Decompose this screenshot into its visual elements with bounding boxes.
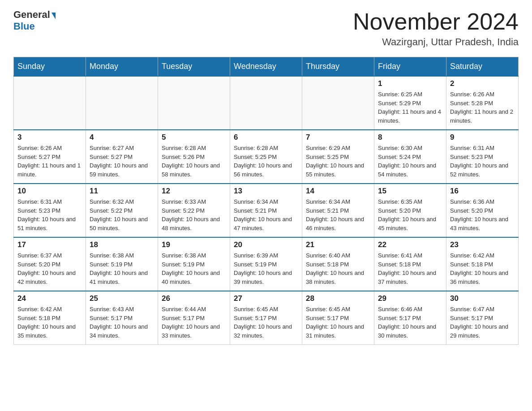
day-header-wednesday: Wednesday [230,57,302,77]
logo-blue-text: Blue [13,21,35,32]
day-info: Sunrise: 6:37 AM Sunset: 5:20 PM Dayligh… [17,251,82,286]
calendar-cell: 19Sunrise: 6:38 AM Sunset: 5:19 PM Dayli… [158,237,230,291]
calendar-cell: 23Sunrise: 6:42 AM Sunset: 5:18 PM Dayli… [446,237,519,291]
calendar-cell: 10Sunrise: 6:31 AM Sunset: 5:23 PM Dayli… [14,184,86,237]
calendar-cell: 21Sunrise: 6:40 AM Sunset: 5:18 PM Dayli… [302,237,374,291]
day-info: Sunrise: 6:35 AM Sunset: 5:20 PM Dayligh… [378,197,442,232]
day-info: Sunrise: 6:28 AM Sunset: 5:25 PM Dayligh… [234,144,298,179]
calendar-cell: 2Sunrise: 6:26 AM Sunset: 5:28 PM Daylig… [446,76,519,130]
day-number: 27 [234,294,298,303]
week-row-1: 1Sunrise: 6:25 AM Sunset: 5:29 PM Daylig… [14,76,519,130]
day-number: 14 [306,187,370,196]
calendar-cell [158,76,230,130]
day-info: Sunrise: 6:46 AM Sunset: 5:17 PM Dayligh… [378,305,442,340]
day-info: Sunrise: 6:42 AM Sunset: 5:18 PM Dayligh… [450,251,515,286]
day-number: 21 [306,240,370,249]
day-info: Sunrise: 6:41 AM Sunset: 5:18 PM Dayligh… [378,251,442,286]
day-header-friday: Friday [374,57,446,77]
day-number: 30 [450,294,515,303]
day-info: Sunrise: 6:42 AM Sunset: 5:18 PM Dayligh… [17,305,82,340]
day-info: Sunrise: 6:29 AM Sunset: 5:25 PM Dayligh… [306,144,370,179]
day-number: 4 [90,133,154,142]
calendar-header-row: SundayMondayTuesdayWednesdayThursdayFrid… [14,57,519,77]
day-number: 8 [378,133,442,142]
day-number: 6 [234,133,298,142]
day-number: 15 [378,187,442,196]
day-header-sunday: Sunday [14,57,86,77]
day-header-thursday: Thursday [302,57,374,77]
logo-general-text: General [13,9,50,21]
calendar-cell: 17Sunrise: 6:37 AM Sunset: 5:20 PM Dayli… [14,237,86,291]
day-number: 16 [450,187,515,196]
day-number: 10 [17,187,82,196]
calendar-cell: 29Sunrise: 6:46 AM Sunset: 5:17 PM Dayli… [374,291,446,345]
calendar-cell: 28Sunrise: 6:45 AM Sunset: 5:17 PM Dayli… [302,291,374,345]
calendar-cell: 24Sunrise: 6:42 AM Sunset: 5:18 PM Dayli… [14,291,86,345]
day-number: 25 [90,294,154,303]
month-title: November 2024 [353,9,519,34]
day-info: Sunrise: 6:45 AM Sunset: 5:17 PM Dayligh… [234,305,298,340]
week-row-4: 17Sunrise: 6:37 AM Sunset: 5:20 PM Dayli… [14,237,519,291]
day-number: 23 [450,240,515,249]
day-number: 1 [378,79,442,88]
day-info: Sunrise: 6:31 AM Sunset: 5:23 PM Dayligh… [17,197,82,232]
calendar-cell [14,76,86,130]
day-number: 24 [17,294,82,303]
calendar-cell: 5Sunrise: 6:28 AM Sunset: 5:26 PM Daylig… [158,130,230,184]
day-info: Sunrise: 6:47 AM Sunset: 5:17 PM Dayligh… [450,305,515,340]
location-title: Wazirganj, Uttar Pradesh, India [353,36,519,48]
calendar-cell: 16Sunrise: 6:36 AM Sunset: 5:20 PM Dayli… [446,184,519,237]
day-number: 7 [306,133,370,142]
calendar-cell: 26Sunrise: 6:44 AM Sunset: 5:17 PM Dayli… [158,291,230,345]
calendar-table: SundayMondayTuesdayWednesdayThursdayFrid… [13,57,519,345]
week-row-3: 10Sunrise: 6:31 AM Sunset: 5:23 PM Dayli… [14,184,519,237]
calendar-cell: 14Sunrise: 6:34 AM Sunset: 5:21 PM Dayli… [302,184,374,237]
day-info: Sunrise: 6:40 AM Sunset: 5:18 PM Dayligh… [306,251,370,286]
calendar-cell: 15Sunrise: 6:35 AM Sunset: 5:20 PM Dayli… [374,184,446,237]
calendar-cell: 4Sunrise: 6:27 AM Sunset: 5:27 PM Daylig… [86,130,158,184]
day-number: 18 [90,240,154,249]
calendar-cell: 18Sunrise: 6:38 AM Sunset: 5:19 PM Dayli… [86,237,158,291]
day-info: Sunrise: 6:38 AM Sunset: 5:19 PM Dayligh… [162,251,226,286]
calendar-cell [86,76,158,130]
logo-arrow-icon [51,13,56,19]
day-info: Sunrise: 6:28 AM Sunset: 5:26 PM Dayligh… [162,144,226,179]
day-info: Sunrise: 6:39 AM Sunset: 5:19 PM Dayligh… [234,251,298,286]
day-number: 2 [450,79,515,88]
day-header-tuesday: Tuesday [158,57,230,77]
day-info: Sunrise: 6:26 AM Sunset: 5:28 PM Dayligh… [450,90,515,125]
day-info: Sunrise: 6:31 AM Sunset: 5:23 PM Dayligh… [450,144,515,179]
title-section: November 2024 Wazirganj, Uttar Pradesh, … [353,9,519,48]
day-number: 17 [17,240,82,249]
day-info: Sunrise: 6:43 AM Sunset: 5:17 PM Dayligh… [90,305,154,340]
calendar-cell: 1Sunrise: 6:25 AM Sunset: 5:29 PM Daylig… [374,76,446,130]
day-info: Sunrise: 6:45 AM Sunset: 5:17 PM Dayligh… [306,305,370,340]
calendar-cell: 20Sunrise: 6:39 AM Sunset: 5:19 PM Dayli… [230,237,302,291]
calendar-cell: 3Sunrise: 6:26 AM Sunset: 5:27 PM Daylig… [14,130,86,184]
day-number: 13 [234,187,298,196]
calendar-cell: 12Sunrise: 6:33 AM Sunset: 5:22 PM Dayli… [158,184,230,237]
calendar-cell: 22Sunrise: 6:41 AM Sunset: 5:18 PM Dayli… [374,237,446,291]
calendar-cell: 30Sunrise: 6:47 AM Sunset: 5:17 PM Dayli… [446,291,519,345]
day-info: Sunrise: 6:26 AM Sunset: 5:27 PM Dayligh… [17,144,82,179]
day-number: 12 [162,187,226,196]
day-number: 3 [17,133,82,142]
day-number: 26 [162,294,226,303]
day-info: Sunrise: 6:38 AM Sunset: 5:19 PM Dayligh… [90,251,154,286]
day-info: Sunrise: 6:33 AM Sunset: 5:22 PM Dayligh… [162,197,226,232]
page-header: General Blue November 2024 Wazirganj, Ut… [13,9,519,48]
day-info: Sunrise: 6:34 AM Sunset: 5:21 PM Dayligh… [234,197,298,232]
calendar-cell: 13Sunrise: 6:34 AM Sunset: 5:21 PM Dayli… [230,184,302,237]
calendar-cell: 8Sunrise: 6:30 AM Sunset: 5:24 PM Daylig… [374,130,446,184]
calendar-cell: 25Sunrise: 6:43 AM Sunset: 5:17 PM Dayli… [86,291,158,345]
day-number: 9 [450,133,515,142]
day-number: 19 [162,240,226,249]
day-header-saturday: Saturday [446,57,519,77]
calendar-cell: 6Sunrise: 6:28 AM Sunset: 5:25 PM Daylig… [230,130,302,184]
day-number: 20 [234,240,298,249]
day-info: Sunrise: 6:25 AM Sunset: 5:29 PM Dayligh… [378,90,442,125]
day-info: Sunrise: 6:36 AM Sunset: 5:20 PM Dayligh… [450,197,515,232]
day-info: Sunrise: 6:30 AM Sunset: 5:24 PM Dayligh… [378,144,442,179]
day-number: 22 [378,240,442,249]
calendar-cell [230,76,302,130]
